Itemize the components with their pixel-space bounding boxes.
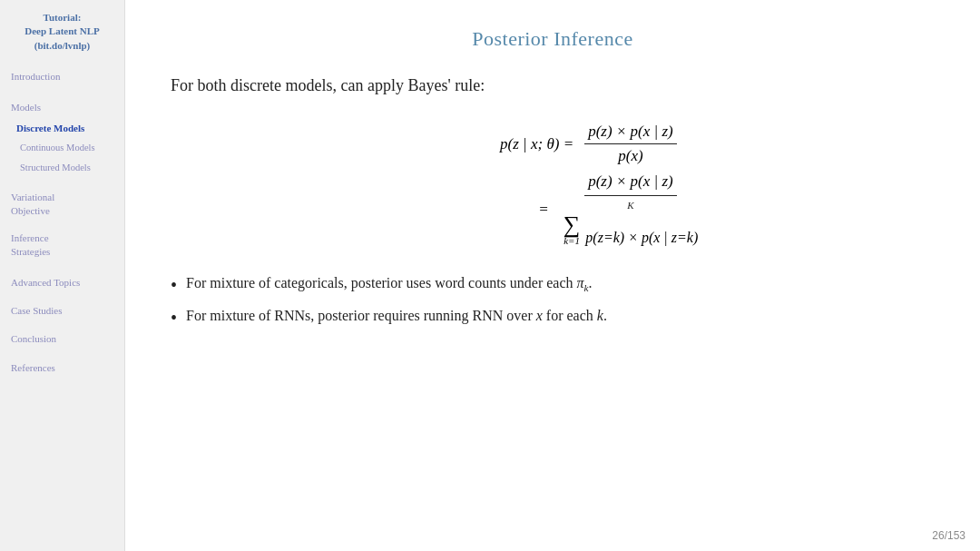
eq-rhs-2: p(z) × p(x | z) K ∑ k=1 p(z=k) × p(x | z… [560, 172, 701, 246]
bullet-item-1: • For mixture of categoricals, posterior… [171, 275, 935, 295]
bullet-text-1: For mixture of categoricals, posterior u… [186, 275, 593, 293]
sidebar-item-structured-models[interactable]: Structured Models [7, 159, 117, 177]
bullet-item-2: • For mixture of RNNs, posterior require… [171, 308, 935, 328]
eq-lhs-2: = [404, 201, 549, 219]
eq-lhs: p(z | x; θ) = [428, 135, 573, 153]
bullet-dot-2: • [171, 308, 177, 328]
sidebar-item-continuous-models[interactable]: Continuous Models [7, 139, 117, 157]
sidebar: Tutorial: Deep Latent NLP (bit.do/lvnlp)… [0, 0, 125, 551]
equation-row-2: = p(z) × p(x | z) K ∑ k=1 p(z=k [404, 172, 701, 246]
sidebar-item-case-studies[interactable]: Case Studies [7, 301, 117, 320]
sidebar-item-inference-strategies[interactable]: InferenceStrategies [7, 229, 117, 262]
bullet-list: • For mixture of categoricals, posterior… [171, 275, 935, 328]
eq-rhs-1: p(z) × p(x | z) p(x) [584, 123, 677, 165]
bullet-text-2: For mixture of RNNs, posterior requires … [186, 308, 607, 324]
slide-title: Posterior Inference [171, 27, 935, 51]
sidebar-item-introduction[interactable]: Introduction [7, 67, 117, 86]
equation-row-1: p(z | x; θ) = p(z) × p(x | z) p(x) [428, 123, 677, 165]
formula-block: p(z | x; θ) = p(z) × p(x | z) p(x) = p(z… [171, 123, 935, 246]
sidebar-item-variational-objective[interactable]: VariationalObjective [7, 188, 117, 221]
sidebar-title: Tutorial: Deep Latent NLP (bit.do/lvnlp) [7, 11, 117, 53]
main-content: Posterior Inference For both discrete mo… [125, 0, 980, 551]
slide-body: For both discrete models, can apply Baye… [171, 76, 935, 533]
page-number: 26/153 [932, 529, 965, 542]
sidebar-item-models[interactable]: Models [7, 98, 117, 117]
sidebar-item-advanced-topics[interactable]: Advanced Topics [7, 273, 117, 292]
bullet-dot-1: • [171, 275, 177, 295]
sidebar-item-discrete-models[interactable]: Discrete Models [7, 119, 117, 138]
intro-text: For both discrete models, can apply Baye… [171, 76, 935, 95]
sidebar-item-conclusion[interactable]: Conclusion [7, 330, 117, 349]
sidebar-item-references[interactable]: References [7, 359, 117, 378]
